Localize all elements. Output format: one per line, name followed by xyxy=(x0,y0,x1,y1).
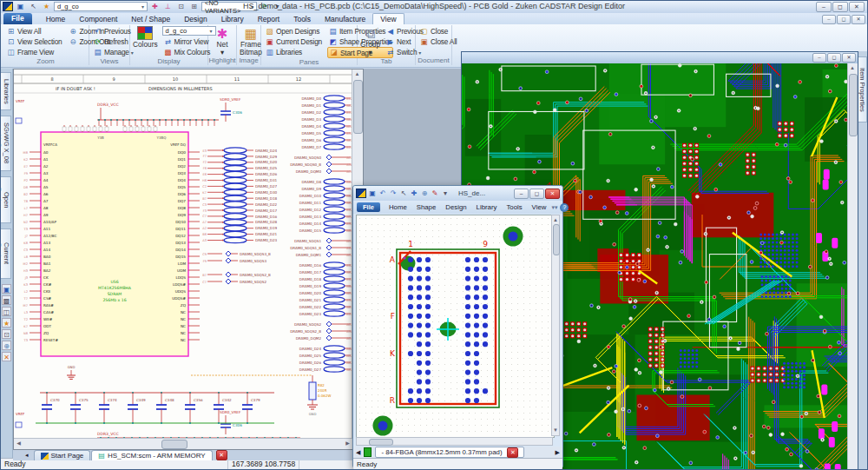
app-logo-icon[interactable] xyxy=(356,189,366,198)
save-icon[interactable]: ▣ xyxy=(2,284,11,294)
pcb-close-button[interactable]: ✕ xyxy=(842,53,856,63)
dock-tab-open-designs[interactable]: Open Designs xyxy=(1,176,11,223)
image-icon[interactable]: ▩ xyxy=(2,295,11,305)
redo-icon[interactable]: ↷ xyxy=(389,189,398,198)
footprint-hscrollbar[interactable] xyxy=(356,437,553,446)
dock-tab-sgvwg-x-08-x-on[interactable]: SGvWG X_08 X_On xyxy=(1,116,11,171)
pcb-vscroll-thumb[interactable] xyxy=(849,74,858,136)
schematic-window[interactable]: 8910111213IF IN DOUBT ASK !DIMENSIONS IN… xyxy=(13,69,364,450)
doc-tab-scroll-left-icon[interactable]: ◂ xyxy=(25,452,29,459)
view-all-button[interactable]: ⊞View All xyxy=(5,26,62,36)
close-all-button[interactable]: ▣Close All xyxy=(418,36,457,47)
close-button[interactable]: ✕ xyxy=(849,2,865,12)
overflow-icon[interactable]: ▾ xyxy=(441,189,450,198)
scroll-down-icon[interactable]: ▼ xyxy=(552,426,559,435)
schematic-canvas[interactable]: 8910111213IF IN DOUBT ASK !DIMENSIONS IN… xyxy=(14,70,353,440)
app-logo-icon[interactable] xyxy=(3,2,13,11)
zoom-icon[interactable]: ⊕ xyxy=(2,341,11,350)
group-button[interactable]: ⧉Group▾ xyxy=(360,26,380,56)
mdi-minimize-button[interactable]: – xyxy=(822,15,836,24)
doc-tab-hs-scm-scm-arm-memory[interactable]: ▤HS_SCM:scm - ARM MEMORY xyxy=(91,450,212,460)
fp-tab-library[interactable]: Library xyxy=(472,203,502,211)
minimize-button[interactable]: – xyxy=(816,2,832,12)
tab-component[interactable]: Component xyxy=(72,14,124,24)
pcb-minimize-button[interactable]: – xyxy=(812,53,826,63)
chevron-icon[interactable]: ▾▾ xyxy=(551,204,557,211)
fp-minimize-button[interactable]: – xyxy=(514,189,529,199)
fp-tab-scroll-right-icon[interactable]: ▶ xyxy=(556,449,560,456)
measure-icon[interactable]: ✚ xyxy=(149,2,161,11)
frame-icon[interactable]: ◫ xyxy=(2,307,11,316)
help-icon[interactable]: ? xyxy=(560,203,569,212)
open-designs-button[interactable]: ▨Open Designs xyxy=(264,26,323,36)
fp-vscroll-thumb[interactable] xyxy=(553,224,560,255)
fp-tab-home[interactable]: Home xyxy=(385,203,411,211)
tab-design[interactable]: Design xyxy=(177,14,214,24)
footprint-doc-tab[interactable]: - 84-FBGA (8mmx12.5mm 0.37mm pad) ✕ xyxy=(375,447,524,458)
footprint-content[interactable]: 19AFKR xyxy=(356,215,555,438)
scroll-left-icon[interactable]: ◀ xyxy=(14,439,23,448)
chevron-down-icon[interactable]: ▾ xyxy=(141,3,144,10)
refresh-button[interactable]: ⟳Refresh xyxy=(92,36,135,47)
pan-icon[interactable]: ✚ xyxy=(410,189,418,198)
undo-icon[interactable]: ↶ xyxy=(378,189,387,198)
fp-maximize-button[interactable]: ◻ xyxy=(529,189,544,199)
current-design-button[interactable]: ▣Current Design xyxy=(264,36,323,47)
tab-tools[interactable]: Tools xyxy=(286,14,318,24)
close-document-icon[interactable]: ✕ xyxy=(216,450,227,460)
doc-tab-start-page[interactable]: Start Page xyxy=(34,450,91,460)
manage-button[interactable]: ▤Manage▾ xyxy=(92,47,135,57)
probe-icon[interactable]: ⊥ xyxy=(162,2,174,11)
mdi-restore-button[interactable]: ◻ xyxy=(837,15,851,24)
tab-view[interactable]: View xyxy=(372,13,404,24)
close-button[interactable]: ▢Close xyxy=(418,26,457,36)
hscroll-thumb[interactable] xyxy=(161,440,187,449)
zoom-icon[interactable]: ⊕ xyxy=(420,189,429,198)
view-selection-button[interactable]: ⊡View Selection xyxy=(5,36,62,47)
libraries-button[interactable]: ▥Libraries xyxy=(264,47,323,57)
restore-button[interactable]: ◻ xyxy=(832,2,848,12)
frame-bitmap-button[interactable]: ▦Frame Bitmap xyxy=(240,26,262,56)
scroll-right-icon[interactable]: ▶ xyxy=(343,439,352,448)
favorites-icon[interactable]: ★ xyxy=(41,2,52,11)
fp-file-button[interactable]: File xyxy=(357,202,380,212)
save-icon[interactable]: ▣ xyxy=(15,2,26,11)
tab-manufacture[interactable]: Manufacture xyxy=(318,14,372,24)
fp-tab-view[interactable]: View xyxy=(528,203,551,211)
scroll-up-icon[interactable]: ▲ xyxy=(352,70,362,79)
mdi-close-button[interactable]: ✕ xyxy=(852,15,865,24)
tab-home[interactable]: Home xyxy=(39,14,73,24)
tab-library[interactable]: Library xyxy=(214,14,251,24)
tab-net-shape[interactable]: Net / Shape xyxy=(124,14,177,24)
select-icon[interactable]: ⊡ xyxy=(2,329,11,339)
pencil-icon[interactable]: ✎ xyxy=(431,189,439,198)
file-button[interactable]: File xyxy=(3,13,32,24)
select-cursor-icon[interactable]: ↖ xyxy=(28,2,39,11)
pcb-restore-button[interactable]: ◻ xyxy=(827,53,841,63)
frame-view-button[interactable]: ◫Frame View xyxy=(5,47,62,57)
fp-tab-tools[interactable]: Tools xyxy=(502,203,526,211)
dock-tab-libraries[interactable]: Libraries xyxy=(1,72,11,110)
fp-tab-scroll-left-icon[interactable]: ◀ xyxy=(356,449,360,456)
select-cursor-icon[interactable]: ↖ xyxy=(399,189,408,198)
favorites-icon[interactable]: ★ xyxy=(2,318,11,328)
colours-button[interactable]: Colours xyxy=(133,26,158,49)
footprint-canvas[interactable]: 19AFKR xyxy=(357,215,554,437)
fp-close-doc-icon[interactable]: ✕ xyxy=(507,447,518,458)
save-icon[interactable]: ▣ xyxy=(368,189,377,198)
fp-close-button[interactable]: ✕ xyxy=(545,189,560,199)
schematic-hscrollbar[interactable]: ◀ ▶ xyxy=(14,438,352,449)
delete-icon[interactable]: ✕ xyxy=(2,352,11,361)
fp-tab-shape[interactable]: Shape xyxy=(412,203,441,211)
dock-tab-current-design[interactable]: Current Design xyxy=(1,228,11,279)
footprint-vscrollbar[interactable]: ▲ ▼ xyxy=(551,215,560,436)
net-button[interactable]: ✱Net▾ xyxy=(211,26,233,56)
vscroll-thumb[interactable] xyxy=(353,80,363,134)
pcb-vscrollbar[interactable]: ▲ xyxy=(847,63,858,470)
fp-hscroll-thumb[interactable] xyxy=(369,439,393,446)
fp-tab-design[interactable]: Design xyxy=(441,203,470,211)
tab-report[interactable]: Report xyxy=(251,14,287,24)
scroll-up-icon[interactable]: ▲ xyxy=(848,63,857,73)
previous-button[interactable]: ↶Previous xyxy=(92,26,135,36)
search-combo[interactable]: d_g_co▾ xyxy=(54,2,148,11)
